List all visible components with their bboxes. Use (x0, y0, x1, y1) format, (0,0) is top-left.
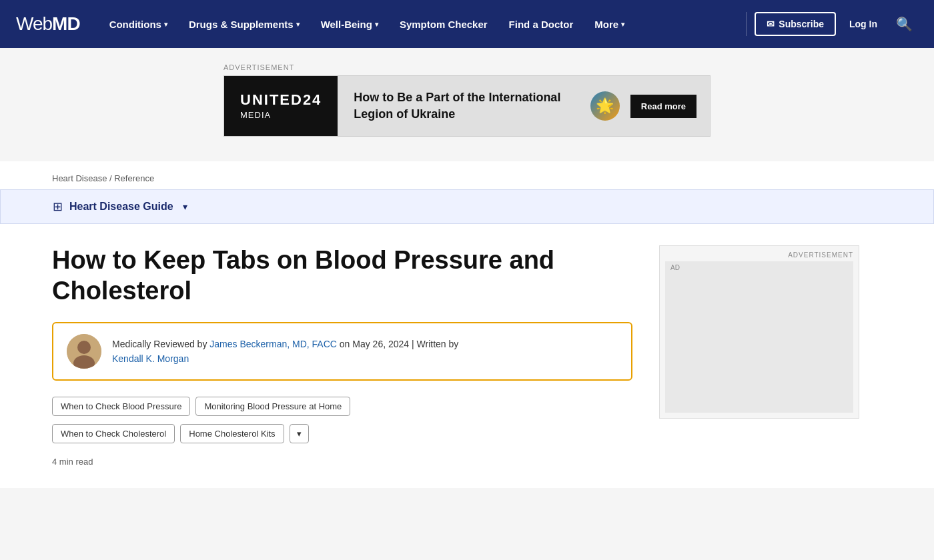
author-box: Medically Reviewed by James Beckerman, M… (52, 322, 632, 381)
avatar (67, 334, 101, 369)
reviewer-link[interactable]: James Beckerman, MD, FACC (209, 339, 337, 349)
nav-well-being[interactable]: Well-Being ▾ (310, 0, 389, 48)
tag-when-blood-pressure[interactable]: When to Check Blood Pressure (52, 397, 190, 416)
nav-symptom-checker[interactable]: Symptom Checker (389, 0, 498, 48)
nav-items: Conditions ▾ Drugs & Supplements ▾ Well-… (99, 0, 739, 48)
chevron-down-icon: ▾ (297, 429, 302, 439)
ad-banner: UNITED24 MEDIA How to Be a Part of the I… (223, 75, 711, 137)
article-layout: How to Keep Tabs on Blood Pressure and C… (0, 224, 934, 488)
page-wrapper: Heart Disease / Reference ⊞ Heart Diseas… (0, 161, 934, 488)
ad-logo-text-line2: MEDIA (240, 110, 271, 120)
subscribe-button[interactable]: ✉ Subscribe (755, 12, 836, 36)
tag-monitoring-blood-pressure[interactable]: Monitoring Blood Pressure at Home (195, 397, 350, 416)
sidebar-advertisement-label: ADVERTISEMENT (665, 251, 853, 259)
chevron-down-icon: ▾ (183, 201, 187, 212)
site-logo[interactable]: WebMD (16, 13, 80, 35)
article-title: How to Keep Tabs on Blood Pressure and C… (52, 245, 632, 306)
ad-logo-text-line1: UNITED24 (240, 92, 322, 108)
ad-text: How to Be a Part of the International Le… (354, 89, 579, 123)
author-info: Medically Reviewed by James Beckerman, M… (112, 337, 458, 367)
review-date: on May 26, 2024 (337, 339, 409, 349)
email-icon: ✉ (767, 19, 775, 29)
sidebar-ad-tag: AD (665, 261, 853, 274)
sidebar-ad-inner: AD (665, 261, 853, 413)
logo-web: Web (16, 13, 52, 34)
nav-find-doctor[interactable]: Find a Doctor (498, 0, 584, 48)
breadcrumb-bar: Heart Disease / Reference (0, 161, 934, 189)
breadcrumb-reference: Reference (114, 173, 154, 183)
ad-emblem-icon: 🌟 (590, 91, 620, 121)
article-main: How to Keep Tabs on Blood Pressure and C… (52, 224, 632, 488)
tags-row-2: When to Check Cholesterol Home Cholester… (52, 424, 632, 443)
tags-row-1: When to Check Blood Pressure Monitoring … (52, 397, 632, 416)
tag-more-button[interactable]: ▾ (290, 424, 309, 443)
nav-divider (746, 12, 747, 36)
written-by-separator: | Written by (409, 339, 458, 349)
read-more-button[interactable]: Read more (630, 95, 696, 118)
breadcrumb: Heart Disease / Reference (52, 173, 154, 183)
ad-banner-area: ADVERTISEMENT UNITED24 MEDIA How to Be a… (0, 48, 934, 161)
author-link[interactable]: Kendall K. Morgan (112, 353, 189, 364)
search-icon[interactable]: 🔍 (891, 11, 918, 37)
tag-when-cholesterol[interactable]: When to Check Cholesterol (52, 424, 175, 443)
chevron-down-icon: ▾ (375, 21, 378, 28)
guide-bar[interactable]: ⊞ Heart Disease Guide ▾ (0, 189, 934, 224)
read-time: 4 min read (52, 457, 632, 467)
chevron-down-icon: ▾ (164, 21, 167, 28)
breadcrumb-heart-disease[interactable]: Heart Disease (52, 173, 107, 183)
nav-right-actions: ✉ Subscribe Log In 🔍 (755, 11, 918, 37)
medically-reviewed-prefix: Medically Reviewed by (112, 339, 209, 349)
advertisement-label-top: ADVERTISEMENT (223, 63, 294, 71)
nav-drugs-supplements[interactable]: Drugs & Supplements ▾ (178, 0, 310, 48)
article-sidebar: ADVERTISEMENT AD (659, 224, 859, 488)
guide-title: Heart Disease Guide (69, 201, 173, 213)
sidebar-ad: ADVERTISEMENT AD (659, 245, 859, 419)
ad-logo-section: UNITED24 MEDIA (224, 76, 338, 136)
navigation: WebMD Conditions ▾ Drugs & Supplements ▾… (0, 0, 934, 48)
chevron-down-icon: ▾ (621, 21, 624, 28)
guide-icon: ⊞ (53, 199, 63, 214)
tag-home-cholesterol-kits[interactable]: Home Cholesterol Kits (180, 424, 284, 443)
nav-conditions[interactable]: Conditions ▾ (99, 0, 178, 48)
ad-content-section: How to Be a Part of the International Le… (338, 76, 710, 136)
logo-md: MD (52, 13, 80, 34)
nav-more[interactable]: More ▾ (584, 0, 635, 48)
svg-point-1 (77, 341, 91, 354)
chevron-down-icon: ▾ (296, 21, 300, 28)
login-button[interactable]: Log In (844, 13, 883, 35)
